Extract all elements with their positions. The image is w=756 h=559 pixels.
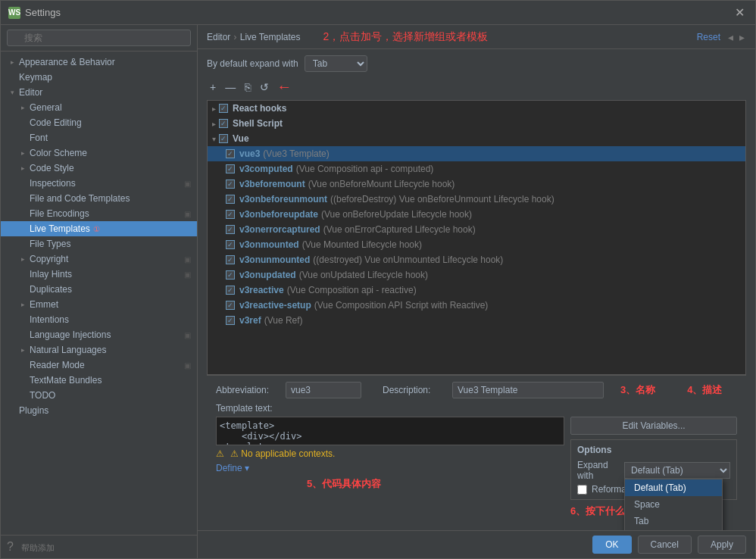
expand-with-select[interactable]: Tab Space Enter None [305, 55, 367, 72]
item-checkbox[interactable] [226, 286, 235, 295]
template-item-v3onbeforeunmount[interactable]: v3onbeforeunmount ((beforeDestroy) Vue o… [208, 192, 745, 207]
item-checkbox[interactable] [226, 240, 235, 249]
item-abbr: v3beforemount [239, 179, 305, 189]
item-checkbox[interactable] [226, 225, 235, 234]
template-item-v3onunmounted[interactable]: v3onunmounted ((destroyed) Vue onUnmount… [208, 252, 745, 267]
help-icon[interactable]: ? [7, 540, 14, 553]
add-template-button[interactable]: + [207, 80, 219, 95]
item-checkbox[interactable] [226, 316, 235, 325]
copyright-indicator: ▣ [184, 255, 191, 264]
item-checkbox[interactable] [226, 164, 235, 173]
sidebar-item-intentions[interactable]: Intentions [1, 312, 197, 327]
template-item-v3onmounted[interactable]: v3onmounted (Vue Mounted Lifecycle hook) [208, 237, 745, 252]
search-input[interactable] [7, 30, 191, 46]
sidebar-tree: Appearance & Behavior Keymap Editor Gene… [1, 52, 197, 535]
nav-back-button[interactable]: ◂ [726, 31, 735, 43]
sidebar-item-file-encodings[interactable]: File Encodings ▣ [1, 206, 197, 221]
group-checkbox-shell[interactable] [219, 119, 228, 128]
group-expand-arrow: ▸ [212, 105, 216, 113]
expand-arrow [17, 178, 28, 189]
panel-content: By default expand with Tab Space Enter N… [198, 49, 755, 530]
item-desc: (Vue onErrorCaptured Lifecycle hook) [323, 224, 476, 235]
expand-arrow [17, 102, 28, 113]
reset-link[interactable]: Reset [697, 32, 720, 42]
template-item-v3reactive-setup[interactable]: v3reactive-setup (Vue Composition API Sc… [208, 298, 745, 313]
sidebar-item-file-code-templates[interactable]: File and Code Templates [1, 191, 197, 206]
expand-with-options-select[interactable]: Default (Tab) Space Tab Enter None [624, 462, 730, 479]
item-checkbox[interactable] [226, 180, 235, 189]
template-item-v3onerrorcaptured[interactable]: v3onerrorcaptured (Vue onErrorCaptured L… [208, 222, 745, 237]
template-group-vue[interactable]: ▾ Vue [208, 131, 745, 146]
item-checkbox[interactable] [226, 301, 235, 310]
item-checkbox-vue3[interactable] [226, 149, 235, 158]
sidebar-item-editor[interactable]: Editor [1, 85, 197, 100]
dropdown-item-default-tab[interactable]: Default (Tab) [625, 479, 722, 496]
sidebar-item-code-style[interactable]: Code Style [1, 161, 197, 176]
apply-button[interactable]: Apply [698, 536, 746, 554]
edit-variables-button[interactable]: Edit Variables... [570, 417, 737, 435]
template-item-v3ref[interactable]: v3ref (Vue Ref) [208, 313, 745, 328]
template-textarea[interactable]: <template> <div></div> <template> [216, 417, 564, 445]
sidebar-item-live-templates[interactable]: Live Templates ① [1, 221, 197, 236]
template-item-v3beforemount[interactable]: v3beforemount (Vue onBeforeMount Lifecyc… [208, 176, 745, 192]
sidebar-item-natural-languages[interactable]: Natural Languages [1, 342, 197, 358]
sidebar-item-file-types[interactable]: File Types [1, 236, 197, 251]
sidebar-item-color-scheme[interactable]: Color Scheme [1, 145, 197, 161]
dropdown-item-tab[interactable]: Tab [625, 513, 722, 529]
sidebar-item-language-injections[interactable]: Language Injections ▣ [1, 327, 197, 342]
sidebar-item-reader-mode[interactable]: Reader Mode ▣ [1, 358, 197, 373]
item-checkbox[interactable] [226, 195, 235, 204]
item-desc: (Vue Ref) [264, 315, 303, 326]
description-input[interactable] [452, 382, 604, 398]
sidebar-item-duplicates[interactable]: Duplicates [1, 282, 197, 297]
expand-arrow [17, 239, 28, 249]
template-item-v3computed[interactable]: v3computed (Vue Composition api - comput… [208, 161, 745, 176]
no-context-text: ⚠ No applicable contexts. [230, 448, 335, 459]
item-abbr: v3onupdated [239, 270, 296, 280]
group-checkbox-vue[interactable] [219, 134, 228, 143]
sidebar-item-plugins[interactable]: Plugins [1, 403, 197, 418]
remove-template-button[interactable]: — [222, 80, 239, 95]
reformat-checkbox[interactable] [577, 485, 587, 495]
window-title: Settings [25, 7, 732, 18]
sidebar-item-inspections[interactable]: Inspections ▣ [1, 176, 197, 191]
ok-button[interactable]: OK [592, 536, 631, 554]
sidebar-item-textmate[interactable]: TextMate Bundles [1, 373, 197, 388]
sidebar-item-emmet[interactable]: Emmet [1, 297, 197, 312]
template-item-v3reactive[interactable]: v3reactive (Vue Composition api - reacti… [208, 283, 745, 298]
template-item-v3onbeforeupdate[interactable]: v3onbeforeupdate (Vue onBeforeUpdate Lif… [208, 207, 745, 222]
sidebar-item-inlay-hints[interactable]: Inlay Hints ▣ [1, 267, 197, 282]
sidebar-item-general[interactable]: General [1, 100, 197, 115]
template-text-section: Template text: <template> <div></div> <t… [216, 403, 737, 518]
template-item-vue3[interactable]: vue3 (Vue3 Template) [208, 146, 745, 161]
group-name-vue: Vue [233, 133, 249, 144]
template-group-react[interactable]: ▸ React hooks [208, 101, 745, 116]
define-link[interactable]: Define ▾ [216, 463, 249, 473]
template-item-v3onupdated[interactable]: v3onupdated (Vue onUpdated Lifecycle hoo… [208, 267, 745, 283]
sidebar-item-font[interactable]: Font [1, 130, 197, 145]
item-checkbox[interactable] [226, 255, 235, 264]
sidebar-item-appearance[interactable]: Appearance & Behavior [1, 55, 197, 70]
item-checkbox[interactable] [226, 270, 235, 280]
template-group-shell[interactable]: ▸ Shell Script [208, 116, 745, 131]
expand-arrow [17, 117, 28, 128]
item-abbr: v3reactive-setup [239, 300, 311, 311]
sidebar-item-copyright[interactable]: Copyright ▣ [1, 251, 197, 267]
dropdown-item-enter[interactable]: Enter [625, 529, 722, 530]
item-checkbox[interactable] [226, 210, 235, 219]
sidebar-item-code-editing[interactable]: Code Editing [1, 115, 197, 130]
group-checkbox-react[interactable] [219, 104, 228, 113]
options-title: Options [577, 445, 730, 455]
close-button[interactable]: ✕ [732, 5, 748, 20]
group-name-shell: Shell Script [233, 118, 283, 129]
expand-arrow [17, 345, 28, 355]
nav-forward-button[interactable]: ▸ [738, 31, 746, 43]
reset-template-button[interactable]: ↺ [257, 80, 272, 95]
options-section: Edit Variables... Options Expand with De… [570, 417, 737, 518]
sidebar-item-keymap[interactable]: Keymap [1, 70, 197, 85]
cancel-button[interactable]: Cancel [638, 536, 692, 554]
copy-template-button[interactable]: ⎘ [242, 80, 254, 95]
sidebar-item-todo[interactable]: TODO [1, 388, 197, 403]
abbreviation-input[interactable] [286, 382, 361, 398]
dropdown-item-space[interactable]: Space [625, 496, 722, 513]
